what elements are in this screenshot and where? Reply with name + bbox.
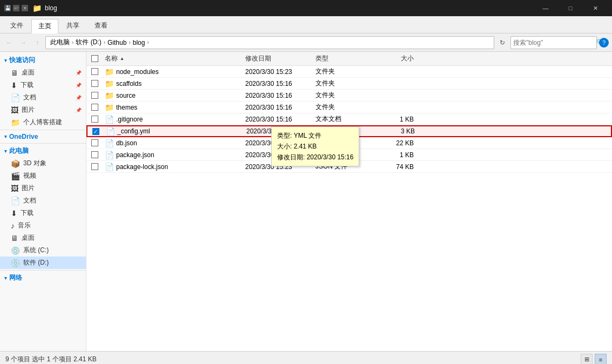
chevron-icon: ▾ <box>4 58 7 63</box>
table-row[interactable]: 📁node_modules2020/3/30 15:23文件夹 <box>86 66 612 78</box>
sidebar-item-document[interactable]: 📄 文档 <box>0 194 86 207</box>
view-list-button[interactable]: ≡ <box>595 354 607 365</box>
col-name-label: 名称 <box>105 54 118 63</box>
tab-share[interactable]: 共享 <box>59 18 86 33</box>
nav-up-button[interactable]: ↑ <box>31 37 43 49</box>
titlebar-down-icon[interactable]: ▾ <box>22 5 28 11</box>
maximize-button[interactable]: □ <box>558 0 583 16</box>
row-checkbox <box>86 104 103 111</box>
checkbox[interactable] <box>91 139 98 146</box>
table-row[interactable]: 📁scaffolds2020/3/30 15:16文件夹 <box>86 78 612 90</box>
sidebar-item-blog[interactable]: 📁 个人博客搭建 <box>0 116 86 129</box>
sidebar-item-desktop[interactable]: 🖥 桌面 📌 <box>0 66 86 79</box>
docs-icon: 📄 <box>11 93 20 102</box>
col-checkbox <box>86 54 103 63</box>
checkbox[interactable] <box>91 80 98 87</box>
col-name-cell: 📁source <box>103 91 243 100</box>
file-name: _config.yml <box>117 127 150 135</box>
sidebar-item-3d[interactable]: 📦 3D 对象 <box>0 157 86 170</box>
titlebar-undo-icon[interactable]: ↩ <box>13 5 19 11</box>
sidebar-item-desktp[interactable]: 🖥 桌面 <box>0 232 86 244</box>
col-date-header[interactable]: 修改日期 <box>243 54 313 63</box>
main-layout: ▾ 快速访问 🖥 桌面 📌 ⬇ 下载 📌 📄 文档 📌 🖼 图片 📌 📁 个人博… <box>0 52 612 351</box>
col-name-cell: 📄_config.yml <box>104 127 244 136</box>
table-row[interactable]: ✓📄_config.yml2020/3/30 15:16YML 文件3 KB类型… <box>86 125 612 137</box>
sidebar-item-label: 文档 <box>23 93 36 102</box>
help-button[interactable]: ? <box>599 38 609 48</box>
col-type-cell: 文件夹 <box>313 79 373 88</box>
address-path: 此电脑 › 软件 (D:) › Github › blog › <box>49 38 490 47</box>
sidebar: ▾ 快速访问 🖥 桌面 📌 ⬇ 下载 📌 📄 文档 📌 🖼 图片 📌 📁 个人博… <box>0 52 86 351</box>
checkbox[interactable] <box>91 116 98 123</box>
checkbox[interactable] <box>91 163 98 170</box>
file-name: themes <box>116 104 137 111</box>
col-name-header[interactable]: 名称 ▲ <box>103 54 243 63</box>
tab-file[interactable]: 文件 <box>3 18 30 33</box>
path-segment-drive[interactable]: 软件 (D:) <box>75 38 102 47</box>
col-name-cell: 📄package-lock.json <box>103 163 243 171</box>
col-name-cell: 📄package.json <box>103 151 243 159</box>
file-icon: 📄 <box>105 115 114 124</box>
col-date-cell: 2020/3/30 15:16 <box>243 80 313 87</box>
sidebar-section-network[interactable]: ▾ 网络 <box>0 272 86 284</box>
close-button[interactable]: ✕ <box>583 0 608 16</box>
minimize-button[interactable]: — <box>533 0 558 16</box>
checkbox[interactable] <box>91 68 98 75</box>
chevron-icon: ▾ <box>4 275 7 281</box>
checkbox[interactable]: ✓ <box>92 128 99 135</box>
sidebar-item-video[interactable]: 🎬 视频 <box>0 170 86 182</box>
sidebar-item-pics[interactable]: 🖼 图片 <box>0 182 86 194</box>
sidebar-item-docs[interactable]: 📄 文档 📌 <box>0 91 86 104</box>
col-name-cell: 📁themes <box>103 103 243 112</box>
view-grid-button[interactable]: ⊞ <box>581 354 593 365</box>
video-icon: 🎬 <box>11 172 20 180</box>
sidebar-section-quick-access[interactable]: ▾ 快速访问 <box>0 54 86 66</box>
col-size-cell: 1 KB <box>373 151 416 159</box>
col-name-cell: 📁node_modules <box>103 68 243 76</box>
sidebar-section-onedrive[interactable]: ▾ OneDrive <box>0 131 86 142</box>
search-box[interactable]: 🔍 <box>510 36 597 49</box>
col-size-header[interactable]: 大小 <box>373 54 416 63</box>
sidebar-item-dl[interactable]: ⬇ 下载 <box>0 207 86 219</box>
col-type-header[interactable]: 类型 <box>313 54 373 63</box>
cdrive-icon: 💿 <box>11 246 20 255</box>
sidebar-section-label: 快速访问 <box>9 56 35 65</box>
titlebar-save-icon[interactable]: 💾 <box>4 5 11 11</box>
search-input[interactable] <box>513 39 594 46</box>
sidebar-section-thispc[interactable]: ▾ 此电脑 <box>0 145 86 157</box>
sidebar-item-music[interactable]: ♪ 音乐 <box>0 219 86 232</box>
chevron-icon: ▾ <box>4 134 7 139</box>
nav-back-button[interactable]: ← <box>3 37 15 49</box>
table-row[interactable]: 📄.gitignore2020/3/30 15:16文本文档1 KB <box>86 113 612 125</box>
path-segment-computer[interactable]: 此电脑 <box>49 38 71 47</box>
table-row[interactable]: 📁themes2020/3/30 15:16文件夹 <box>86 102 612 113</box>
tab-view[interactable]: 查看 <box>88 18 115 33</box>
sidebar-item-downloads[interactable]: ⬇ 下载 📌 <box>0 79 86 91</box>
refresh-button[interactable]: ↻ <box>496 37 508 49</box>
sidebar-item-c-drive[interactable]: 💿 系统 (C:) <box>0 244 86 257</box>
sidebar-item-d-drive[interactable]: 💿 软件 (D:) <box>0 257 86 269</box>
sidebar-section-label: 此电脑 <box>9 146 29 156</box>
table-row[interactable]: 📁source2020/3/30 15:16文件夹 <box>86 90 612 102</box>
checkbox[interactable] <box>91 151 98 158</box>
sidebar-item-pictures[interactable]: 🖼 图片 📌 <box>0 104 86 116</box>
sidebar-item-label: 下载 <box>21 80 33 90</box>
sidebar-item-label: 下载 <box>21 208 33 218</box>
pin-icon: 📌 <box>76 107 82 113</box>
address-bar[interactable]: 此电脑 › 软件 (D:) › Github › blog › <box>45 36 494 49</box>
tooltip-row: 大小: 2.41 KB <box>277 141 353 152</box>
status-bar: 9 个项目 选中 1 个项目 2.41 KB ⊞ ≡ <box>0 351 612 364</box>
file-name: scaffolds <box>116 80 142 87</box>
tab-home[interactable]: 主页 <box>31 19 58 33</box>
nav-forward-button[interactable]: → <box>17 37 29 49</box>
checkbox[interactable] <box>91 92 98 99</box>
path-segment-blog[interactable]: blog <box>132 39 146 46</box>
col-size-cell: 22 KB <box>373 139 416 147</box>
file-icon: 📄 <box>105 139 114 147</box>
title-bar-quick-icons: 💾 ↩ ▾ <box>4 5 28 11</box>
header-checkbox[interactable] <box>91 55 98 62</box>
path-segment-github[interactable]: Github <box>106 39 127 46</box>
sidebar-item-label: 桌面 <box>22 68 35 77</box>
path-sep-4: › <box>147 39 149 45</box>
checkbox[interactable] <box>91 104 98 111</box>
